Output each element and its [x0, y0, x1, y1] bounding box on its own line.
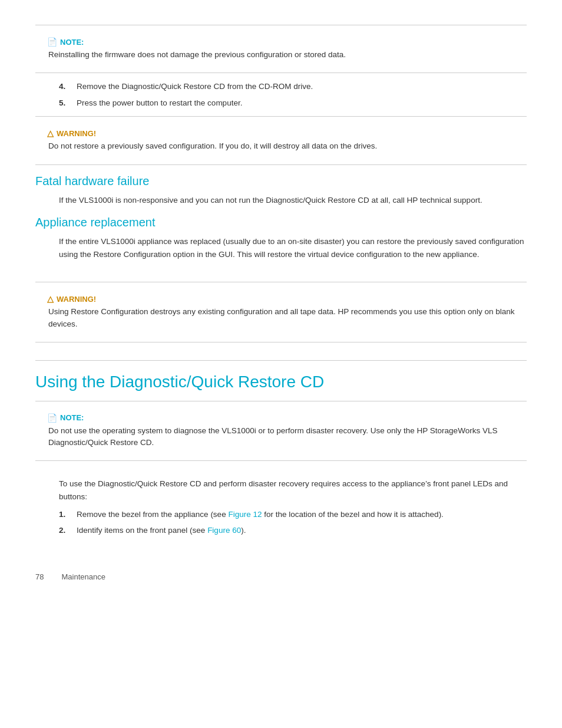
step-number-4: 4.	[59, 80, 71, 93]
chapter-heading: Using the Diagnostic/Quick Restore CD	[35, 360, 527, 391]
step-item-2: 2. Identify items on the front panel (se…	[59, 524, 527, 537]
note-icon-2: 📄	[47, 413, 57, 423]
step-text-5: Press the power button to restart the co…	[77, 97, 527, 110]
note-icon-1: 📄	[47, 37, 57, 47]
page-content: 📄 NOTE: Reinstalling the firmware does n…	[0, 0, 562, 617]
divider-after-warning2	[35, 342, 527, 342]
footer-page-number: 78	[35, 572, 44, 581]
step-number-5: 5.	[59, 97, 71, 110]
step1-text-after: for the location of the bezel and how it…	[262, 510, 443, 519]
appliance-body-text: If the entire VLS1000i appliance was rep…	[59, 235, 527, 261]
divider-after-note2	[35, 460, 527, 461]
warning-label-text-2: WARNING!	[57, 295, 96, 304]
fatal-body-text: If the VLS1000i is non-responsive and yo…	[59, 194, 527, 207]
footer-section-name: Maintenance	[61, 572, 105, 581]
warning-label-text-1: WARNING!	[57, 129, 96, 138]
warning-label-2: △ WARNING!	[47, 294, 527, 304]
divider-after-steps	[35, 116, 527, 117]
note-text-1: Reinstalling the firmware does not damag…	[48, 49, 527, 61]
step2-text-after: ).	[241, 526, 246, 535]
step-text-4: Remove the Diagnostic/Quick Restore CD f…	[77, 80, 527, 93]
intro-text: To use the Diagnostic/Quick Restore CD a…	[59, 477, 527, 503]
divider-after-chapter	[35, 401, 527, 401]
warning-icon-2: △	[47, 294, 54, 304]
figure-12-link[interactable]: Figure 12	[228, 510, 262, 519]
warning-text-1: Do not restore a previously saved config…	[48, 140, 527, 152]
step-text-2: Identify items on the front panel (see F…	[77, 524, 527, 537]
step-text-1: Remove the bezel from the appliance (see…	[77, 508, 527, 521]
step-number-2: 2.	[59, 524, 71, 537]
note-label-2: 📄 NOTE:	[47, 413, 527, 423]
note-box-2: 📄 NOTE: Do not use the operating system …	[47, 409, 527, 454]
top-divider	[35, 25, 527, 25]
step1-text-before: Remove the bezel from the appliance (see	[77, 510, 228, 519]
appliance-replacement-heading: Appliance replacement	[35, 216, 527, 229]
note-box-1: 📄 NOTE: Reinstalling the firmware does n…	[47, 32, 527, 65]
divider-after-warning1	[35, 164, 527, 165]
step-item-5: 5. Press the power button to restart the…	[59, 97, 527, 110]
step-number-1: 1.	[59, 508, 71, 521]
note-label-text-2: NOTE:	[60, 413, 84, 422]
divider-before-warning2	[35, 282, 527, 282]
warning-text-2: Using Restore Configuration destroys any…	[48, 306, 527, 330]
warning-icon-1: △	[47, 129, 54, 138]
page-footer: 78 Maintenance	[35, 572, 527, 581]
steps-1-2: 1. Remove the bezel from the appliance (…	[59, 508, 527, 537]
step-item-1: 1. Remove the bezel from the appliance (…	[59, 508, 527, 521]
step2-text-before: Identify items on the front panel (see	[77, 526, 207, 535]
warning-box-2: △ WARNING! Using Restore Configuration d…	[47, 289, 527, 335]
steps-4-5: 4. Remove the Diagnostic/Quick Restore C…	[59, 80, 527, 109]
note-text-2: Do not use the operating system to diagn…	[48, 425, 527, 449]
warning-box-1: △ WARNING! Do not restore a previously s…	[47, 124, 527, 157]
divider-after-note1	[35, 73, 527, 73]
fatal-hardware-heading: Fatal hardware failure	[35, 174, 527, 188]
note-label-1: 📄 NOTE:	[47, 37, 527, 47]
figure-60-link[interactable]: Figure 60	[207, 526, 241, 535]
note-label-text-1: NOTE:	[60, 38, 84, 47]
step-item-4: 4. Remove the Diagnostic/Quick Restore C…	[59, 80, 527, 93]
warning-label-1: △ WARNING!	[47, 129, 527, 138]
